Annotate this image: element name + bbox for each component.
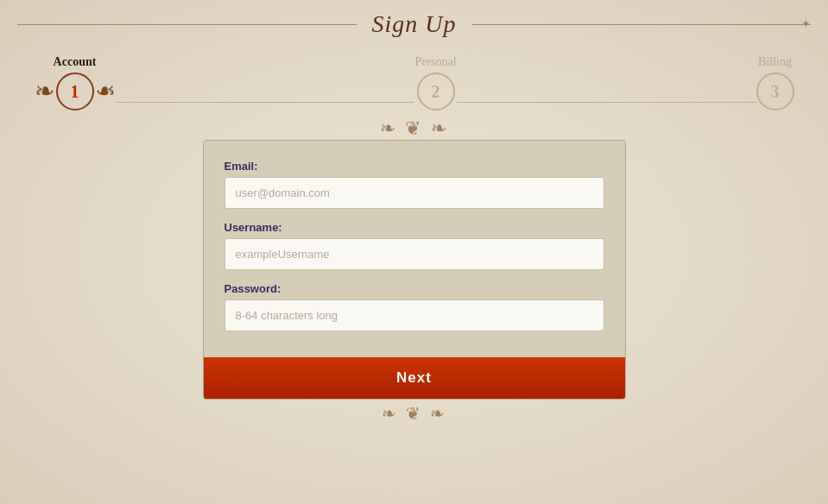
- step-account-label: Account: [54, 55, 97, 69]
- step-account-circle: 1: [56, 72, 94, 110]
- email-label: Email:: [224, 160, 604, 173]
- page-header: Sign Up ✦: [0, 0, 828, 48]
- step-billing[interactable]: Billing 3: [756, 55, 794, 110]
- signup-form: Email: Username: Password: Next: [203, 140, 626, 400]
- username-input[interactable]: [224, 238, 604, 270]
- step-divider-1: [116, 102, 415, 103]
- header-ornament-right: ✦: [801, 17, 811, 31]
- header-line-left: [17, 24, 357, 25]
- wing-right: ❧: [96, 79, 116, 104]
- header-line-right: ✦: [472, 24, 812, 25]
- password-label: Password:: [224, 282, 604, 295]
- next-button[interactable]: Next: [204, 357, 625, 399]
- step-account[interactable]: Account ❧ 1 ❧: [35, 55, 116, 110]
- ornament-top: ❧ ❦ ❧: [380, 117, 449, 140]
- wing-left: ❧: [35, 79, 54, 104]
- password-field-group: Password:: [224, 282, 604, 331]
- step-billing-circle: 3: [756, 72, 794, 110]
- ornament-bottom: ❧ ❦ ❧: [382, 403, 447, 424]
- username-field-group: Username:: [224, 221, 604, 270]
- step-billing-label: Billing: [758, 55, 792, 69]
- step-personal-label: Personal: [414, 55, 456, 69]
- username-label: Username:: [224, 221, 604, 234]
- password-input[interactable]: [224, 299, 604, 331]
- step-divider-2: [457, 102, 756, 103]
- email-input[interactable]: [224, 177, 604, 209]
- step-personal[interactable]: Personal 2: [414, 55, 456, 110]
- step-personal-circle: 2: [417, 72, 455, 110]
- email-field-group: Email:: [224, 160, 604, 209]
- page-title: Sign Up: [357, 10, 472, 38]
- steps-container: Account ❧ 1 ❧ Personal 2 Billing 3: [35, 55, 794, 110]
- step-account-wings: ❧ 1 ❧: [35, 72, 116, 110]
